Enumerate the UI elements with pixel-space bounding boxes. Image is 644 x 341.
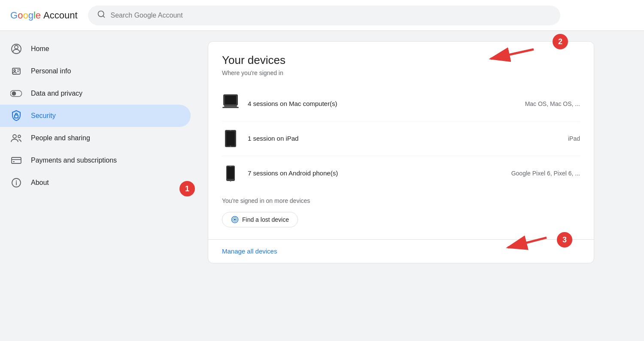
manage-all-devices-link[interactable]: Manage all devices (222, 247, 277, 255)
annotation-arrow-1 (197, 95, 206, 181)
device-name-android: 7 sessions on Android phone(s) (248, 169, 338, 177)
device-info-android: 7 sessions on Android phone(s) (248, 169, 503, 177)
security-icon (10, 110, 22, 122)
find-lost-device-label: Find a lost device (242, 216, 289, 223)
sidebar-item-personal-info-label: Personal info (31, 67, 71, 75)
ipad-device-icon (222, 127, 239, 150)
svg-point-12 (13, 135, 16, 138)
device-name-ipad: 1 session on iPad (248, 135, 298, 142)
main-content: 2 Your devices Where you're signed in (197, 31, 644, 341)
annotation-badge-1: 1 (179, 181, 195, 196)
about-icon (10, 177, 22, 189)
account-wordmark: Account (43, 10, 78, 21)
sidebar-item-data-privacy-label: Data and privacy (31, 90, 82, 97)
device-row-android[interactable]: 7 sessions on Android phone(s) Google Pi… (222, 156, 580, 190)
svg-point-33 (230, 181, 231, 182)
card-body: Your devices Where you're signed in 4 se… (208, 42, 594, 239)
svg-point-13 (18, 135, 21, 138)
search-icon (97, 10, 106, 21)
sidebar-item-about[interactable]: About 1 (0, 172, 191, 194)
sidebar-item-home[interactable]: Home (0, 38, 191, 60)
data-privacy-icon (10, 88, 22, 100)
svg-rect-28 (226, 131, 235, 146)
device-row-ipad[interactable]: 1 session on iPad iPad (222, 121, 580, 156)
device-row-mac[interactable]: 4 sessions on Mac computer(s) Mac OS, Ma… (222, 87, 580, 121)
find-lost-device-button[interactable]: Find a lost device (222, 212, 298, 227)
device-info-mac: 4 sessions on Mac computer(s) (248, 100, 516, 108)
page-layout: Home Personal info (0, 31, 644, 341)
svg-rect-24 (225, 96, 236, 104)
svg-rect-30 (230, 130, 231, 131)
home-icon (10, 43, 22, 55)
sidebar-item-data-privacy[interactable]: Data and privacy (0, 82, 191, 105)
android-device-icon (222, 162, 239, 184)
svg-point-29 (230, 146, 231, 147)
device-detail-android: Google Pixel 6, Pixel 6, ... (511, 170, 580, 177)
sidebar-item-security[interactable]: Security (0, 105, 191, 127)
card-footer: Manage all devices 3 (208, 239, 594, 263)
search-input[interactable] (111, 12, 551, 19)
sidebar-item-security-label: Security (31, 112, 56, 120)
sidebar: Home Personal info (0, 31, 197, 341)
people-sharing-icon (10, 132, 22, 144)
sidebar-item-about-label: About (31, 179, 49, 187)
svg-line-39 (508, 238, 547, 247)
svg-point-36 (234, 219, 236, 221)
sidebar-item-people-sharing[interactable]: People and sharing (0, 127, 191, 149)
device-detail-mac: Mac OS, Mac OS, ... (525, 100, 580, 107)
sidebar-item-payments[interactable]: Payments and subscriptions (0, 149, 191, 172)
svg-rect-25 (224, 106, 237, 107)
google-account-logo: Google Account (10, 10, 78, 21)
more-devices-text: You're signed in on more devices (222, 197, 580, 204)
header: Google Account (0, 0, 644, 31)
svg-point-10 (12, 91, 16, 96)
find-device-icon (231, 216, 239, 223)
mac-device-icon (222, 93, 239, 115)
device-detail-ipad: iPad (568, 135, 580, 142)
sidebar-item-people-sharing-label: People and sharing (31, 134, 90, 142)
search-bar[interactable] (88, 6, 560, 25)
payments-icon (10, 154, 22, 166)
sidebar-item-payments-label: Payments and subscriptions (31, 157, 117, 164)
svg-rect-26 (222, 107, 239, 108)
svg-rect-32 (227, 167, 234, 179)
svg-point-6 (14, 69, 15, 71)
svg-rect-14 (12, 157, 21, 163)
google-wordmark: Google (10, 10, 41, 21)
annotation-badge-2: 2 (553, 34, 568, 49)
your-devices-card: 2 Your devices Where you're signed in (208, 41, 594, 263)
device-name-mac: 4 sessions on Mac computer(s) (248, 100, 337, 107)
sidebar-item-home-label: Home (31, 45, 49, 53)
card-subtitle: Where you're signed in (222, 69, 580, 76)
card-title: Your devices (222, 54, 580, 67)
personal-info-icon (10, 65, 22, 77)
svg-point-2 (15, 45, 18, 49)
svg-rect-34 (230, 166, 231, 167)
sidebar-item-personal-info[interactable]: Personal info (0, 60, 191, 82)
annotation-badge-3: 3 (557, 232, 572, 247)
svg-line-1 (103, 16, 104, 18)
device-info-ipad: 1 session on iPad (248, 135, 559, 142)
